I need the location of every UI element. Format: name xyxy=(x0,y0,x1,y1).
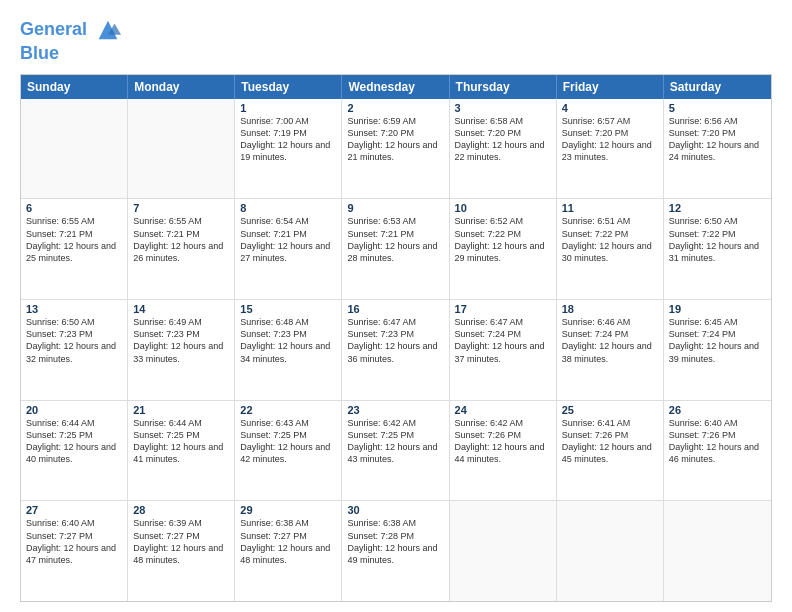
logo-icon xyxy=(94,16,122,44)
day-cell-14: 14Sunrise: 6:49 AM Sunset: 7:23 PM Dayli… xyxy=(128,300,235,400)
day-cell-30: 30Sunrise: 6:38 AM Sunset: 7:28 PM Dayli… xyxy=(342,501,449,601)
day-cell-9: 9Sunrise: 6:53 AM Sunset: 7:21 PM Daylig… xyxy=(342,199,449,299)
day-info: Sunrise: 6:59 AM Sunset: 7:20 PM Dayligh… xyxy=(347,115,443,164)
day-number: 15 xyxy=(240,303,336,315)
day-info: Sunrise: 6:43 AM Sunset: 7:25 PM Dayligh… xyxy=(240,417,336,466)
day-info: Sunrise: 6:49 AM Sunset: 7:23 PM Dayligh… xyxy=(133,316,229,365)
day-cell-6: 6Sunrise: 6:55 AM Sunset: 7:21 PM Daylig… xyxy=(21,199,128,299)
day-number: 28 xyxy=(133,504,229,516)
day-cell-12: 12Sunrise: 6:50 AM Sunset: 7:22 PM Dayli… xyxy=(664,199,771,299)
day-info: Sunrise: 6:53 AM Sunset: 7:21 PM Dayligh… xyxy=(347,215,443,264)
day-info: Sunrise: 6:40 AM Sunset: 7:27 PM Dayligh… xyxy=(26,517,122,566)
day-info: Sunrise: 6:50 AM Sunset: 7:23 PM Dayligh… xyxy=(26,316,122,365)
day-number: 10 xyxy=(455,202,551,214)
day-info: Sunrise: 6:55 AM Sunset: 7:21 PM Dayligh… xyxy=(133,215,229,264)
day-cell-19: 19Sunrise: 6:45 AM Sunset: 7:24 PM Dayli… xyxy=(664,300,771,400)
day-number: 1 xyxy=(240,102,336,114)
header-cell-tuesday: Tuesday xyxy=(235,75,342,99)
day-cell-17: 17Sunrise: 6:47 AM Sunset: 7:24 PM Dayli… xyxy=(450,300,557,400)
day-cell-21: 21Sunrise: 6:44 AM Sunset: 7:25 PM Dayli… xyxy=(128,401,235,501)
day-info: Sunrise: 6:55 AM Sunset: 7:21 PM Dayligh… xyxy=(26,215,122,264)
day-cell-16: 16Sunrise: 6:47 AM Sunset: 7:23 PM Dayli… xyxy=(342,300,449,400)
day-cell-1: 1Sunrise: 7:00 AM Sunset: 7:19 PM Daylig… xyxy=(235,99,342,199)
day-info: Sunrise: 6:47 AM Sunset: 7:24 PM Dayligh… xyxy=(455,316,551,365)
calendar-row-3: 20Sunrise: 6:44 AM Sunset: 7:25 PM Dayli… xyxy=(21,400,771,501)
day-number: 19 xyxy=(669,303,766,315)
day-number: 16 xyxy=(347,303,443,315)
day-cell-23: 23Sunrise: 6:42 AM Sunset: 7:25 PM Dayli… xyxy=(342,401,449,501)
day-number: 24 xyxy=(455,404,551,416)
day-cell-29: 29Sunrise: 6:38 AM Sunset: 7:27 PM Dayli… xyxy=(235,501,342,601)
day-info: Sunrise: 6:42 AM Sunset: 7:25 PM Dayligh… xyxy=(347,417,443,466)
day-info: Sunrise: 6:48 AM Sunset: 7:23 PM Dayligh… xyxy=(240,316,336,365)
day-cell-5: 5Sunrise: 6:56 AM Sunset: 7:20 PM Daylig… xyxy=(664,99,771,199)
day-number: 22 xyxy=(240,404,336,416)
day-cell-2: 2Sunrise: 6:59 AM Sunset: 7:20 PM Daylig… xyxy=(342,99,449,199)
day-cell-10: 10Sunrise: 6:52 AM Sunset: 7:22 PM Dayli… xyxy=(450,199,557,299)
day-number: 2 xyxy=(347,102,443,114)
day-cell-13: 13Sunrise: 6:50 AM Sunset: 7:23 PM Dayli… xyxy=(21,300,128,400)
day-cell-18: 18Sunrise: 6:46 AM Sunset: 7:24 PM Dayli… xyxy=(557,300,664,400)
calendar-header-row: SundayMondayTuesdayWednesdayThursdayFrid… xyxy=(21,75,771,99)
day-cell-4: 4Sunrise: 6:57 AM Sunset: 7:20 PM Daylig… xyxy=(557,99,664,199)
logo-text: General xyxy=(20,16,122,44)
day-number: 7 xyxy=(133,202,229,214)
day-cell-7: 7Sunrise: 6:55 AM Sunset: 7:21 PM Daylig… xyxy=(128,199,235,299)
day-info: Sunrise: 6:52 AM Sunset: 7:22 PM Dayligh… xyxy=(455,215,551,264)
day-number: 18 xyxy=(562,303,658,315)
day-info: Sunrise: 6:45 AM Sunset: 7:24 PM Dayligh… xyxy=(669,316,766,365)
day-cell-25: 25Sunrise: 6:41 AM Sunset: 7:26 PM Dayli… xyxy=(557,401,664,501)
header-cell-thursday: Thursday xyxy=(450,75,557,99)
day-number: 13 xyxy=(26,303,122,315)
day-info: Sunrise: 6:50 AM Sunset: 7:22 PM Dayligh… xyxy=(669,215,766,264)
header: General Blue xyxy=(20,16,772,64)
day-number: 20 xyxy=(26,404,122,416)
header-cell-friday: Friday xyxy=(557,75,664,99)
day-info: Sunrise: 6:56 AM Sunset: 7:20 PM Dayligh… xyxy=(669,115,766,164)
day-cell-empty xyxy=(128,99,235,199)
day-info: Sunrise: 6:51 AM Sunset: 7:22 PM Dayligh… xyxy=(562,215,658,264)
day-number: 26 xyxy=(669,404,766,416)
day-info: Sunrise: 6:58 AM Sunset: 7:20 PM Dayligh… xyxy=(455,115,551,164)
header-cell-sunday: Sunday xyxy=(21,75,128,99)
day-cell-28: 28Sunrise: 6:39 AM Sunset: 7:27 PM Dayli… xyxy=(128,501,235,601)
day-number: 29 xyxy=(240,504,336,516)
day-number: 8 xyxy=(240,202,336,214)
day-cell-empty xyxy=(557,501,664,601)
day-info: Sunrise: 6:42 AM Sunset: 7:26 PM Dayligh… xyxy=(455,417,551,466)
header-cell-wednesday: Wednesday xyxy=(342,75,449,99)
day-number: 17 xyxy=(455,303,551,315)
day-info: Sunrise: 6:41 AM Sunset: 7:26 PM Dayligh… xyxy=(562,417,658,466)
day-cell-22: 22Sunrise: 6:43 AM Sunset: 7:25 PM Dayli… xyxy=(235,401,342,501)
day-info: Sunrise: 6:54 AM Sunset: 7:21 PM Dayligh… xyxy=(240,215,336,264)
calendar: SundayMondayTuesdayWednesdayThursdayFrid… xyxy=(20,74,772,602)
day-cell-15: 15Sunrise: 6:48 AM Sunset: 7:23 PM Dayli… xyxy=(235,300,342,400)
day-info: Sunrise: 6:44 AM Sunset: 7:25 PM Dayligh… xyxy=(133,417,229,466)
day-info: Sunrise: 6:39 AM Sunset: 7:27 PM Dayligh… xyxy=(133,517,229,566)
day-cell-empty xyxy=(664,501,771,601)
day-cell-20: 20Sunrise: 6:44 AM Sunset: 7:25 PM Dayli… xyxy=(21,401,128,501)
calendar-row-1: 6Sunrise: 6:55 AM Sunset: 7:21 PM Daylig… xyxy=(21,198,771,299)
header-cell-monday: Monday xyxy=(128,75,235,99)
day-number: 6 xyxy=(26,202,122,214)
day-cell-24: 24Sunrise: 6:42 AM Sunset: 7:26 PM Dayli… xyxy=(450,401,557,501)
day-info: Sunrise: 6:44 AM Sunset: 7:25 PM Dayligh… xyxy=(26,417,122,466)
day-cell-11: 11Sunrise: 6:51 AM Sunset: 7:22 PM Dayli… xyxy=(557,199,664,299)
day-number: 11 xyxy=(562,202,658,214)
day-cell-empty xyxy=(450,501,557,601)
day-number: 12 xyxy=(669,202,766,214)
logo-blue: Blue xyxy=(20,44,122,64)
day-cell-26: 26Sunrise: 6:40 AM Sunset: 7:26 PM Dayli… xyxy=(664,401,771,501)
day-info: Sunrise: 6:40 AM Sunset: 7:26 PM Dayligh… xyxy=(669,417,766,466)
day-number: 9 xyxy=(347,202,443,214)
day-info: Sunrise: 7:00 AM Sunset: 7:19 PM Dayligh… xyxy=(240,115,336,164)
logo: General Blue xyxy=(20,16,122,64)
logo-general: General xyxy=(20,19,87,39)
day-number: 25 xyxy=(562,404,658,416)
day-cell-27: 27Sunrise: 6:40 AM Sunset: 7:27 PM Dayli… xyxy=(21,501,128,601)
day-info: Sunrise: 6:57 AM Sunset: 7:20 PM Dayligh… xyxy=(562,115,658,164)
day-info: Sunrise: 6:38 AM Sunset: 7:27 PM Dayligh… xyxy=(240,517,336,566)
day-cell-3: 3Sunrise: 6:58 AM Sunset: 7:20 PM Daylig… xyxy=(450,99,557,199)
day-number: 27 xyxy=(26,504,122,516)
day-number: 21 xyxy=(133,404,229,416)
